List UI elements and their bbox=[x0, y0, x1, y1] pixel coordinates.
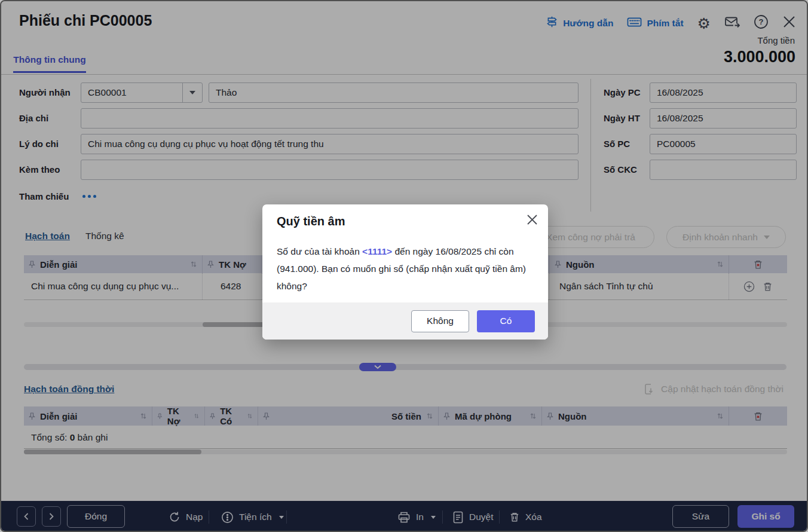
close-icon bbox=[526, 213, 538, 226]
negative-fund-dialog: Quỹ tiền âm Số dư của tài khoản <1111> đ… bbox=[262, 204, 548, 340]
account-link[interactable]: <1111> bbox=[362, 246, 392, 256]
dialog-close-button[interactable] bbox=[526, 213, 538, 228]
dialog-footer: Không Có bbox=[262, 302, 548, 340]
payment-voucher-window: Phiếu chi PC00005 Hướng dẫn Phím tắt bbox=[0, 0, 808, 532]
dialog-title: Quỹ tiền âm bbox=[277, 215, 345, 228]
message-before: Số dư của tài khoản bbox=[277, 246, 362, 256]
yes-button[interactable]: Có bbox=[477, 310, 535, 332]
no-button[interactable]: Không bbox=[411, 310, 469, 332]
dialog-message: Số dư của tài khoản <1111> đến ngày 16/0… bbox=[277, 243, 535, 295]
